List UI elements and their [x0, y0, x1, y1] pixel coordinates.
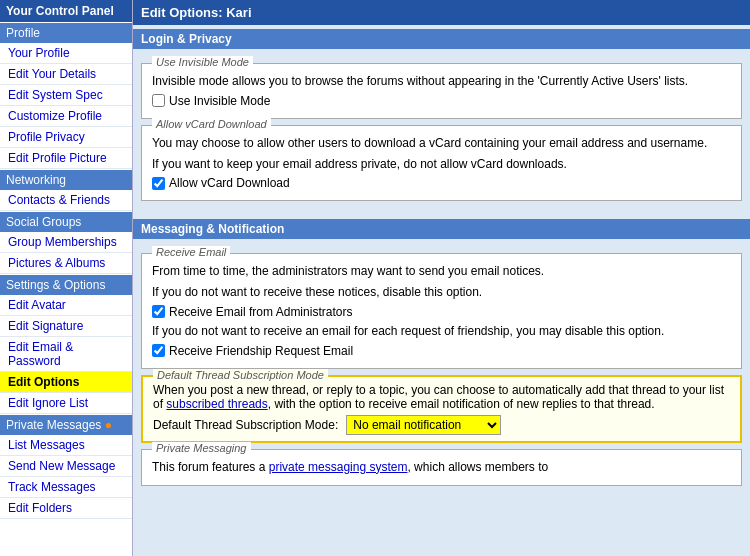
- subscription-select-row: Default Thread Subscription Mode: No ema…: [153, 415, 730, 435]
- subscription-box: Default Thread Subscription Mode When yo…: [141, 375, 742, 443]
- sidebar-item-edit-ignore-list[interactable]: Edit Ignore List: [0, 393, 132, 414]
- sidebar-item-edit-options[interactable]: Edit Options: [0, 372, 132, 393]
- sidebar-item-edit-folders[interactable]: Edit Folders: [0, 498, 132, 519]
- sidebar-item-your-profile[interactable]: Your Profile: [0, 43, 132, 64]
- login-privacy-section: Login & Privacy Use Invisible Mode Invis…: [133, 25, 750, 215]
- login-privacy-title: Login & Privacy: [133, 29, 750, 49]
- sidebar-item-pictures-albums[interactable]: Pictures & Albums: [0, 253, 132, 274]
- invisible-mode-checkbox-row: Use Invisible Mode: [152, 94, 731, 108]
- sidebar-item-customize-profile[interactable]: Customize Profile: [0, 106, 132, 127]
- receive-email-admin-label: Receive Email from Administrators: [169, 305, 352, 319]
- invisible-mode-desc: Invisible mode allows you to browse the …: [152, 73, 731, 90]
- subscription-select[interactable]: No email notification Instant email noti…: [346, 415, 501, 435]
- subscription-desc: When you post a new thread, or reply to …: [153, 383, 730, 411]
- invisible-mode-box: Use Invisible Mode Invisible mode allows…: [141, 63, 742, 119]
- receive-email-legend: Receive Email: [152, 246, 230, 258]
- messaging-section: Messaging & Notification Receive Email F…: [133, 215, 750, 499]
- sidebar-item-group-memberships[interactable]: Group Memberships: [0, 232, 132, 253]
- invisible-mode-legend: Use Invisible Mode: [152, 56, 253, 68]
- sidebar-item-send-new-message[interactable]: Send New Message: [0, 456, 132, 477]
- receive-email-box: Receive Email From time to time, the adm…: [141, 253, 742, 368]
- login-privacy-content: Use Invisible Mode Invisible mode allows…: [133, 53, 750, 211]
- sidebar: Your Control Panel Profile Your Profile …: [0, 0, 133, 556]
- receive-email-admin-row: Receive Email from Administrators: [152, 305, 731, 319]
- sidebar-item-edit-profile-picture[interactable]: Edit Profile Picture: [0, 148, 132, 169]
- sidebar-item-list-messages[interactable]: List Messages: [0, 435, 132, 456]
- vcard-checkbox-row: Allow vCard Download: [152, 176, 731, 190]
- messaging-title: Messaging & Notification: [133, 219, 750, 239]
- sidebar-item-edit-email-password[interactable]: Edit Email & Password: [0, 337, 132, 372]
- private-messaging-desc: This forum features a private messaging …: [152, 459, 731, 476]
- sidebar-item-edit-signature[interactable]: Edit Signature: [0, 316, 132, 337]
- receive-friendship-label: Receive Friendship Request Email: [169, 344, 353, 358]
- vcard-box: Allow vCard Download You may choose to a…: [141, 125, 742, 202]
- messaging-content: Receive Email From time to time, the adm…: [133, 243, 750, 495]
- sidebar-section-settings: Settings & Options: [0, 275, 132, 295]
- subscribed-link[interactable]: subscribed threads: [166, 397, 267, 411]
- receive-email-desc1: From time to time, the administrators ma…: [152, 263, 731, 280]
- vcard-desc1: You may choose to allow other users to d…: [152, 135, 731, 152]
- invisible-mode-checkbox[interactable]: [152, 94, 165, 107]
- sidebar-item-edit-system-spec[interactable]: Edit System Spec: [0, 85, 132, 106]
- vcard-desc2: If you want to keep your email address p…: [152, 156, 731, 173]
- sidebar-item-track-messages[interactable]: Track Messages: [0, 477, 132, 498]
- receive-friendship-row: Receive Friendship Request Email: [152, 344, 731, 358]
- subscription-select-label: Default Thread Subscription Mode:: [153, 418, 338, 432]
- vcard-legend: Allow vCard Download: [152, 118, 271, 130]
- private-messaging-box: Private Messaging This forum features a …: [141, 449, 742, 486]
- vcard-checkbox[interactable]: [152, 177, 165, 190]
- main-header: Edit Options: Kari: [133, 0, 750, 25]
- receive-email-desc2: If you do not want to receive these noti…: [152, 284, 731, 301]
- subscription-legend: Default Thread Subscription Mode: [153, 369, 328, 381]
- sidebar-item-edit-avatar[interactable]: Edit Avatar: [0, 295, 132, 316]
- sidebar-item-contacts-friends[interactable]: Contacts & Friends: [0, 190, 132, 211]
- private-messaging-link[interactable]: private messaging system: [269, 460, 408, 474]
- sidebar-header: Your Control Panel: [0, 0, 132, 22]
- sidebar-section-private-messages: Private Messages ●: [0, 415, 132, 435]
- main-content: Edit Options: Kari Login & Privacy Use I…: [133, 0, 750, 556]
- sidebar-item-edit-details[interactable]: Edit Your Details: [0, 64, 132, 85]
- invisible-mode-label: Use Invisible Mode: [169, 94, 270, 108]
- receive-email-desc3: If you do not want to receive an email f…: [152, 323, 731, 340]
- sidebar-item-profile-privacy[interactable]: Profile Privacy: [0, 127, 132, 148]
- receive-email-admin-checkbox[interactable]: [152, 305, 165, 318]
- vcard-label: Allow vCard Download: [169, 176, 290, 190]
- private-messaging-legend: Private Messaging: [152, 442, 251, 454]
- sidebar-section-networking: Networking: [0, 170, 132, 190]
- sidebar-section-profile: Profile: [0, 23, 132, 43]
- sidebar-section-social-groups: Social Groups: [0, 212, 132, 232]
- receive-friendship-checkbox[interactable]: [152, 344, 165, 357]
